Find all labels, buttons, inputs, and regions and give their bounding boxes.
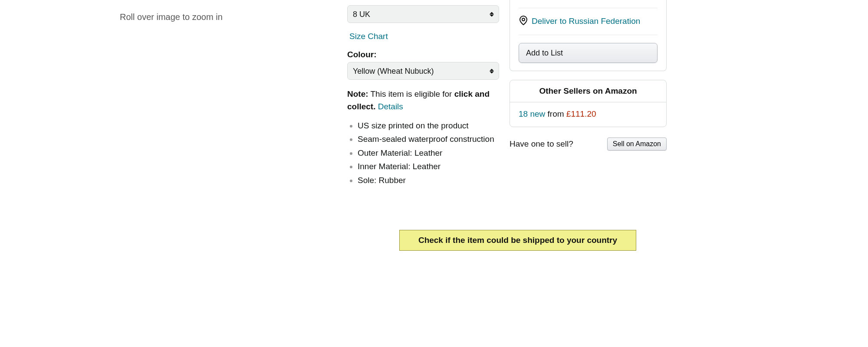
size-chart-link[interactable]: Size Chart — [349, 32, 388, 41]
colour-select[interactable]: Yellow (Wheat Nubuck) — [347, 62, 499, 80]
details-link[interactable]: Details — [378, 102, 403, 111]
sell-on-amazon-button[interactable]: Sell on Amazon — [607, 137, 667, 151]
buy-box-column: Deliver to Russian Federation Add to Lis… — [510, 0, 667, 151]
from-text: from — [545, 109, 566, 118]
feature-item: Sole: Rubber — [358, 174, 499, 187]
feature-item: US size printed on the product — [358, 119, 499, 132]
new-offers-link[interactable]: 18 new — [519, 109, 545, 118]
price-text: £111.20 — [566, 109, 596, 118]
note-text: This item is eligible for — [368, 89, 454, 98]
add-to-list-button[interactable]: Add to List — [519, 43, 658, 63]
colour-select-wrap: Yellow (Wheat Nubuck) — [347, 62, 499, 80]
deliver-row[interactable]: Deliver to Russian Federation — [519, 8, 658, 35]
location-icon — [519, 15, 528, 27]
size-select[interactable]: 8 UK — [347, 5, 499, 23]
feature-bullets: US size printed on the product Seam-seal… — [347, 119, 499, 187]
svg-point-0 — [522, 18, 525, 21]
product-options-column: 8 UK Size Chart Colour: Yellow (Wheat Nu… — [347, 5, 499, 187]
divider — [519, 35, 658, 35]
size-select-wrap: 8 UK — [347, 5, 499, 23]
other-sellers-body: 18 new from £111.20 — [510, 102, 666, 127]
other-sellers-box: Other Sellers on Amazon 18 new from £111… — [510, 80, 667, 127]
buy-box: Deliver to Russian Federation Add to Lis… — [510, 0, 667, 71]
shipping-check-banner[interactable]: Check if the item could be shipped to yo… — [399, 230, 636, 251]
sell-prompt: Have one to sell? — [510, 139, 573, 149]
note-prefix: Note: — [347, 89, 368, 98]
feature-item: Inner Material: Leather — [358, 160, 499, 173]
deliver-to-link[interactable]: Deliver to Russian Federation — [532, 16, 640, 26]
zoom-hint-text: Roll over image to zoom in — [120, 12, 223, 22]
feature-item: Outer Material: Leather — [358, 147, 499, 159]
feature-item: Seam-sealed waterproof construction — [358, 133, 499, 145]
note-section: Note: This item is eligible for click an… — [347, 88, 499, 113]
other-sellers-header: Other Sellers on Amazon — [510, 80, 666, 102]
colour-label: Colour: — [347, 50, 499, 59]
sell-row: Have one to sell? Sell on Amazon — [510, 137, 667, 151]
